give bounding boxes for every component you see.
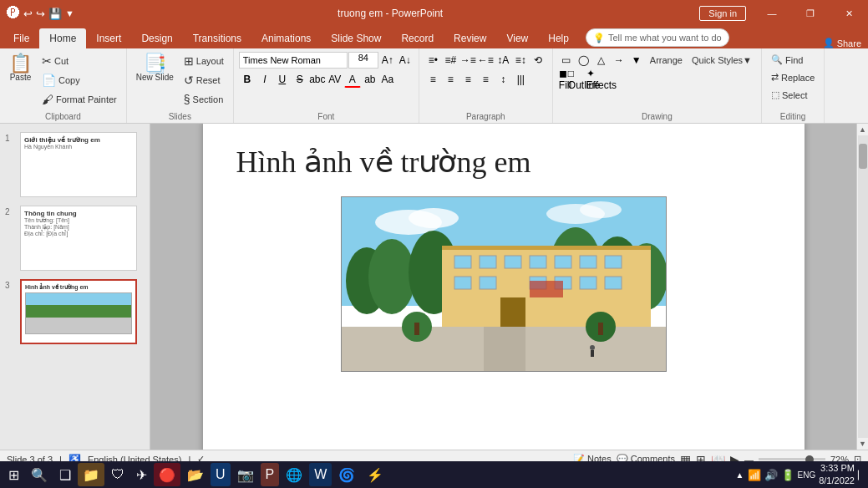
shadow-button[interactable]: abc <box>309 71 326 88</box>
tab-transitions[interactable]: Transitions <box>183 28 251 48</box>
cut-button[interactable]: ✂ Cut <box>38 52 121 70</box>
slide-preview-1[interactable]: Giới thiệu về trường em Hà Nguyên Khánh <box>20 132 137 197</box>
battery-icon[interactable]: 🔋 <box>781 469 794 481</box>
paste-button[interactable]: 📋 Paste <box>5 52 36 84</box>
shape-more-button[interactable]: ▼ <box>628 52 645 69</box>
task-view-button[interactable]: ❑ <box>54 463 76 486</box>
edge-button[interactable]: 🌀 <box>333 463 360 486</box>
tab-file[interactable]: File <box>3 28 39 48</box>
volume-icon[interactable]: 🔊 <box>764 469 778 481</box>
camera-button[interactable]: 📷 <box>232 463 259 486</box>
folder-button[interactable]: 📂 <box>182 463 209 486</box>
app2-button[interactable]: ⚡ <box>362 463 388 486</box>
file-explorer-button[interactable]: 📁 <box>78 463 104 486</box>
slide-thumb-3[interactable]: 3 Hình ảnh về trường em <box>3 277 146 346</box>
slide-preview-2[interactable]: Thông tin chung Tên trường: [Tên] Thành … <box>20 206 137 271</box>
increase-indent-button[interactable]: →≡ <box>459 52 476 69</box>
undo-icon[interactable]: ↩ <box>23 8 33 20</box>
scroll-down-arrow[interactable]: ▼ <box>857 438 869 450</box>
highlight-button[interactable]: ab <box>362 71 378 88</box>
bold-button[interactable]: B <box>239 71 256 88</box>
tab-help[interactable]: Help <box>538 28 579 48</box>
layout-button[interactable]: ⊞ Layout <box>180 52 228 70</box>
tab-record[interactable]: Record <box>391 28 444 48</box>
find-button[interactable]: 🔍 Find <box>767 52 807 68</box>
slide-thumb-2[interactable]: 2 Thông tin chung Tên trường: [Tên] Thàn… <box>3 204 146 272</box>
copy-button[interactable]: 📄 Copy <box>38 71 121 89</box>
reset-button[interactable]: ↺ Reset <box>180 71 228 89</box>
font-size-label[interactable]: Aa <box>379 71 396 88</box>
quick-access-toolbar[interactable]: 🅟 ↩ ↪ 💾 ▼ <box>0 6 81 21</box>
close-button[interactable]: ✕ <box>830 0 868 27</box>
restore-button[interactable]: ❐ <box>791 0 830 27</box>
bullets-button[interactable]: ≡• <box>424 52 441 69</box>
save-icon[interactable]: 💾 <box>48 8 62 20</box>
decrease-font-button[interactable]: A↓ <box>397 52 414 69</box>
shape-effects-button[interactable]: ✦ Effects <box>593 71 610 88</box>
columns-button[interactable]: ||| <box>512 71 529 88</box>
scroll-track[interactable] <box>858 135 868 438</box>
tab-slideshow[interactable]: Slide Show <box>321 28 391 48</box>
shape-arrow-button[interactable]: → <box>611 52 627 69</box>
line-spacing-button[interactable]: ↕ <box>495 71 511 88</box>
taskbar-clock[interactable]: 3:33 PM 8/1/2022 <box>819 462 855 488</box>
network-icon[interactable]: 📶 <box>748 469 761 481</box>
tab-animations[interactable]: Animations <box>251 28 321 48</box>
app1-button[interactable]: 🔴 <box>154 463 180 486</box>
slide-preview-3[interactable]: Hình ảnh về trường em <box>20 279 137 344</box>
slide-main-title[interactable]: Hình ảnh về trường em <box>236 145 531 180</box>
vertical-scrollbar[interactable]: ▲ ▼ <box>856 124 868 450</box>
underline-button[interactable]: U <box>274 71 291 88</box>
share-button[interactable]: 👤 Share <box>823 38 868 48</box>
slide-thumb-1[interactable]: 1 Giới thiệu về trường em Hà Nguyên Khán… <box>3 130 146 199</box>
chrome-button[interactable]: 🌐 <box>281 463 307 486</box>
shape-triangle-button[interactable]: △ <box>593 52 610 69</box>
shape-circle-button[interactable]: ◯ <box>576 52 592 69</box>
start-button[interactable]: ⊞ <box>3 463 24 486</box>
arrange-button[interactable]: Arrange <box>646 53 687 68</box>
defender-button[interactable]: 🛡 <box>106 463 129 486</box>
font-size-input[interactable]: 84 <box>348 52 378 69</box>
telegram-button[interactable]: ✈ <box>131 463 152 486</box>
text-direction-button[interactable]: ↕A <box>495 52 511 69</box>
up-arrow-icon[interactable]: ▲ <box>736 470 744 480</box>
zoom-slider[interactable] <box>759 458 825 460</box>
window-controls[interactable]: — ❐ ✕ <box>753 0 868 27</box>
decrease-indent-button[interactable]: ←≡ <box>477 52 494 69</box>
signin-button[interactable]: Sign in <box>699 6 746 21</box>
minimize-button[interactable]: — <box>753 0 791 27</box>
tab-home[interactable]: Home <box>39 28 86 48</box>
tab-insert[interactable]: Insert <box>86 28 131 48</box>
font-name-input[interactable]: Times New Roman <box>239 52 348 69</box>
tab-review[interactable]: Review <box>444 28 496 48</box>
align-right-button[interactable]: ≡ <box>459 71 476 88</box>
quick-styles-button[interactable]: Quick Styles▼ <box>688 53 756 68</box>
word-button[interactable]: W <box>309 463 332 486</box>
select-button[interactable]: ⬚ Select <box>767 87 812 103</box>
scroll-thumb[interactable] <box>859 144 867 169</box>
italic-button[interactable]: I <box>256 71 273 88</box>
scroll-up-arrow[interactable]: ▲ <box>857 124 869 135</box>
show-desktop-button[interactable]: ▏ <box>858 470 865 480</box>
section-button[interactable]: § Section <box>180 90 228 109</box>
char-spacing-button[interactable]: AV <box>327 71 343 88</box>
new-slide-button[interactable]: 📑 New Slide <box>132 52 178 84</box>
align-text-button[interactable]: ≡↕ <box>512 52 529 69</box>
align-left-button[interactable]: ≡ <box>424 71 441 88</box>
slide-canvas[interactable]: Hình ảnh về trường em <box>203 124 805 450</box>
font-color-button[interactable]: A <box>344 71 361 88</box>
tab-view[interactable]: View <box>496 28 538 48</box>
align-center-button[interactable]: ≡ <box>442 71 459 88</box>
search-button[interactable]: 🔍 <box>26 463 53 486</box>
replace-button[interactable]: ⇄ Replace <box>767 69 819 85</box>
unikey-button[interactable]: U <box>211 463 231 486</box>
tell-me-box[interactable]: 💡 Tell me what you want to do <box>586 28 729 47</box>
increase-font-button[interactable]: A↑ <box>379 52 396 69</box>
shape-rect-button[interactable]: ▭ <box>558 52 575 69</box>
numbering-button[interactable]: ≡# <box>442 52 459 69</box>
tab-design[interactable]: Design <box>131 28 182 48</box>
justify-button[interactable]: ≡ <box>477 71 494 88</box>
powerpoint-taskbar-button[interactable]: P <box>261 463 280 486</box>
smartart-button[interactable]: ⟲ <box>530 52 546 69</box>
format-painter-button[interactable]: 🖌 Format Painter <box>38 90 121 109</box>
